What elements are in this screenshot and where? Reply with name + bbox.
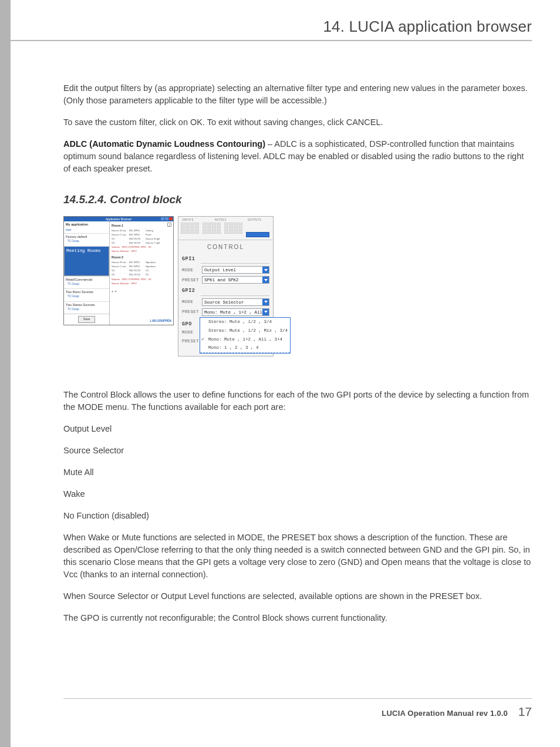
preset-label: PRESET <box>182 338 200 345</box>
list-item: Source Selector <box>63 445 532 457</box>
paragraph: Edit the output filters by (as appropria… <box>63 82 532 107</box>
dropdown-option[interactable]: Mono: 1 , 2 , 3 , 4 <box>200 344 290 353</box>
paragraph: The Control Block allows the user to def… <box>63 389 532 413</box>
mode-label: MODE <box>182 329 200 336</box>
page-footer: LUCIA Operation Manual rev 1.0.0 17 <box>63 698 532 719</box>
chevron-down-icon <box>262 267 269 273</box>
gpi2-label: GPI2 <box>178 285 273 295</box>
room1-label: Room 1 <box>112 224 171 228</box>
app-item-title: Meeting Rooms <box>66 248 107 254</box>
my-application-header[interactable]: My application <box>64 221 109 228</box>
window-titlebar[interactable]: Application Browser <box>64 217 173 221</box>
app-item-sub: TC Group <box>66 308 107 313</box>
app-item-title: Two Stereo Sources <box>66 303 107 308</box>
app-item-title: Factory default <box>66 235 107 240</box>
control-heading: CONTROL <box>178 240 273 254</box>
mode-label: MODE <box>182 299 200 305</box>
room-config-panel: i Room 1 Source B ext.IN1 SPK1Ceiling So… <box>110 221 173 325</box>
list-item: No Function (disabled) <box>63 510 532 522</box>
mode-label: MODE <box>182 267 200 274</box>
gpi1-label: GPI1 <box>178 253 273 263</box>
minimize-icon[interactable] <box>161 217 164 220</box>
save-button[interactable]: Save <box>78 316 95 322</box>
app-list-sidebar: My application User Factory default TC G… <box>64 221 110 325</box>
io-preview: INPUTS MATRIX OUTPUTS <box>178 217 273 240</box>
app-item-sub: TC Group <box>66 240 107 245</box>
app-list-item[interactable]: Two Stereo Sources TC Group <box>64 301 109 314</box>
paragraph: ADLC (Automatic Dynamic Loudness Contour… <box>63 138 532 175</box>
app-browser-window: Application Browser My application User <box>63 216 174 325</box>
chevron-down-icon <box>262 277 269 283</box>
figure-control-block: Application Browser My application User <box>63 216 532 375</box>
matrix-grid-icon <box>203 223 221 234</box>
preset-label: PRESET <box>182 277 200 284</box>
room1-grid: Source B ext.IN1 SPK1Ceiling Source C ex… <box>112 229 171 245</box>
section-heading: 14.5.2.4. Control block <box>63 191 532 208</box>
preset-label: PRESET <box>182 309 200 315</box>
list-item: Mute All <box>63 466 532 479</box>
app-list-item-selected[interactable]: Meeting Rooms <box>64 246 109 276</box>
gpi1-mode-select[interactable]: Output Level <box>202 266 269 274</box>
close-icon[interactable] <box>169 217 173 220</box>
app-list-item[interactable]: Two Mono Sources TC Group <box>64 288 109 301</box>
outputs-label: OUTPUTS <box>248 218 261 223</box>
outputs-grid-icon <box>224 223 242 234</box>
gpi1-preset-select[interactable]: SPK1 and SPK2 <box>202 276 269 284</box>
app-item-title: Two Mono Sources <box>66 290 107 295</box>
bold-term: ADLC (Automatic Dynamic Loudness Contour… <box>63 139 265 149</box>
maximize-icon[interactable] <box>165 217 168 220</box>
gpi2-mode-select[interactable]: Source Selector <box>202 298 269 306</box>
dropdown-option-selected[interactable]: Mono: Mute , 1+2 , All , 3+4 <box>200 335 290 344</box>
footer-doc-title: LUCIA Operation Manual rev 1.0.0 <box>382 709 508 718</box>
paragraph: The GPO is currently not reconfigurable;… <box>63 612 532 624</box>
inputs-grid-icon <box>181 223 199 234</box>
gpo-label: GPO <box>178 317 200 328</box>
app-list-item[interactable]: Retail/Commercial TC Group <box>64 276 109 288</box>
page-title: 14. LUCIA application browser <box>323 18 532 36</box>
app-item-sub: TC Group <box>66 295 107 300</box>
list-item: Wake <box>63 488 532 500</box>
app-list-item[interactable]: Factory default TC Group <box>64 233 109 245</box>
labgruppen-logo: LAB.GRUPPEN <box>150 319 171 323</box>
paragraph: To save the custom filter, click on OK. … <box>63 116 532 129</box>
dropdown-option[interactable]: Stereo: Mute , 1/2 , Mix , 3/4 <box>200 327 290 335</box>
header-rule <box>11 40 532 41</box>
chevron-down-icon <box>262 309 269 315</box>
control-panel: INPUTS MATRIX OUTPUTS CONTROL GPI1 <box>178 216 274 357</box>
footer-page-number: 17 <box>518 705 532 718</box>
paragraph: When Source Selector or Output Level fun… <box>63 590 532 603</box>
app-item-sub: TC Group <box>66 282 107 288</box>
details-button[interactable] <box>246 232 269 237</box>
gpi2-preset-select[interactable]: Mono: Mute , 1+2 , All , 3+4 <box>202 308 269 316</box>
content-area: Edit the output filters by (as appropria… <box>63 82 532 634</box>
window-title: Application Browser <box>106 217 131 221</box>
add-remove-buttons[interactable]: + × <box>112 289 171 294</box>
dropdown-option[interactable]: Stereo: Mute , 1/2 , 3/4 <box>200 318 290 327</box>
gpi-row: Volume GPI1 CONTROL GPO VC <box>112 245 171 249</box>
app-item-title: Retail/Commercial <box>66 278 107 282</box>
my-application-sub: User <box>64 228 109 234</box>
room2-grid: Source B ext.IN1 SPK1Speakers Source C e… <box>112 261 171 277</box>
preset-dropdown-open[interactable]: Stereo: Mute , 1/2 , 3/4 Stereo: Mute , … <box>200 317 291 354</box>
info-icon[interactable]: i <box>167 223 171 227</box>
chevron-down-icon <box>262 299 269 305</box>
list-item: Output Level <box>63 423 532 435</box>
paragraph: When Wake or Mute functions are selected… <box>63 531 532 581</box>
document-page: 14. LUCIA application browser Edit the o… <box>0 0 560 747</box>
room2-label: Room 2 <box>112 255 171 260</box>
